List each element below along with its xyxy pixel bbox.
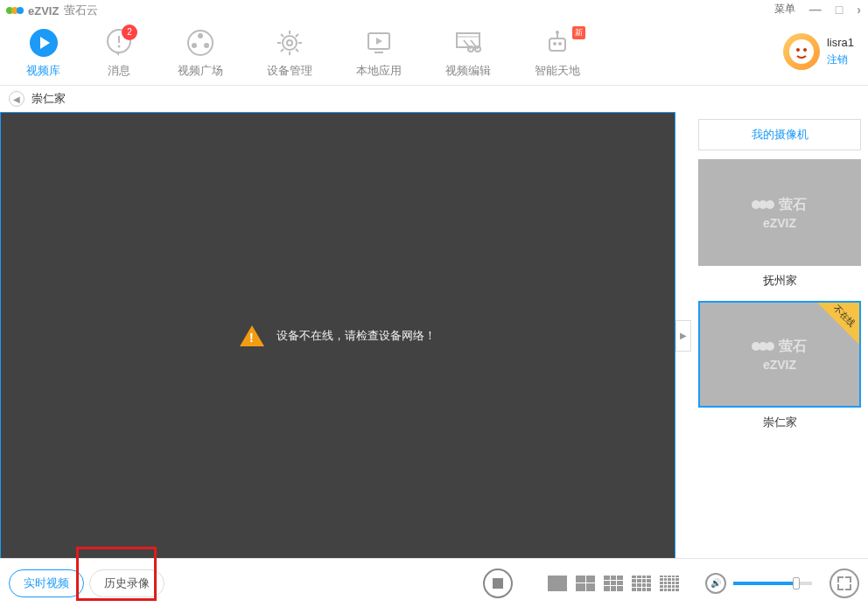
camera-name: 抚州家 xyxy=(698,273,861,289)
volume-control: 🔊 xyxy=(705,573,812,594)
volume-handle[interactable] xyxy=(793,577,800,590)
brand-cn-text: 萤石云 xyxy=(64,3,98,18)
svg-rect-28 xyxy=(550,38,565,51)
new-badge: 新 xyxy=(572,26,585,39)
fullscreen-button[interactable] xyxy=(830,569,859,598)
svg-line-16 xyxy=(296,49,298,52)
offline-message: 设备不在线，请检查设备网络！ xyxy=(240,325,436,346)
svg-line-15 xyxy=(281,34,284,37)
monitor-play-icon xyxy=(364,28,394,58)
volume-icon[interactable]: 🔊 xyxy=(705,573,726,594)
nav-video-editor[interactable]: 视频编辑 xyxy=(445,28,491,79)
alert-icon: 2 xyxy=(104,28,134,58)
svg-point-10 xyxy=(287,40,292,45)
camera-item[interactable]: 萤石 eZVIZ 抚州家 xyxy=(698,159,861,289)
nav-local-apps[interactable]: 本地应用 xyxy=(356,28,402,79)
minimize-icon[interactable]: — xyxy=(809,3,822,17)
my-cameras-header[interactable]: 我的摄像机 xyxy=(698,119,861,150)
svg-point-30 xyxy=(558,42,562,45)
nav-video-square[interactable]: 视频广场 xyxy=(178,28,223,79)
reel-icon xyxy=(186,28,215,58)
video-viewport[interactable]: 设备不在线，请检查设备网络！ ▶ xyxy=(0,112,676,558)
svg-point-34 xyxy=(796,48,800,52)
bottom-bar: 实时视频 历史录像 🔊 xyxy=(0,558,868,607)
svg-point-6 xyxy=(198,33,203,38)
menu-button[interactable]: 菜单 xyxy=(774,2,795,17)
svg-point-29 xyxy=(553,42,556,45)
svg-point-33 xyxy=(789,39,814,64)
svg-line-18 xyxy=(281,49,284,52)
highlight-annotation xyxy=(76,547,157,601)
nav-device-management[interactable]: 设备管理 xyxy=(267,28,312,79)
camera-sidebar: 我的摄像机 萤石 eZVIZ 抚州家 萤石 xyxy=(676,112,868,558)
layout-1x1-button[interactable] xyxy=(548,576,567,591)
film-cut-icon xyxy=(453,28,483,58)
breadcrumb: ◀ 崇仁家 xyxy=(0,86,868,112)
gear-icon xyxy=(275,28,304,58)
breadcrumb-current: 崇仁家 xyxy=(32,91,66,107)
sidebar-collapse-button[interactable]: ▶ xyxy=(676,320,691,352)
warning-icon xyxy=(240,325,264,346)
stop-icon xyxy=(493,578,503,589)
svg-point-8 xyxy=(204,43,209,48)
stop-button[interactable] xyxy=(483,569,513,598)
camera-thumbnail[interactable]: 萤石 eZVIZ 不在线 xyxy=(698,301,861,408)
titlebar: eZVIZ 萤石云 菜单 — □ › xyxy=(0,0,868,21)
robot-icon: 新 xyxy=(542,28,572,58)
svg-point-32 xyxy=(556,31,559,34)
svg-line-17 xyxy=(296,34,298,37)
svg-point-9 xyxy=(283,36,297,50)
maximize-icon[interactable]: □ xyxy=(836,3,843,17)
volume-slider[interactable] xyxy=(733,582,812,585)
layout-buttons xyxy=(548,576,679,591)
message-badge: 2 xyxy=(122,24,137,40)
avatar[interactable] xyxy=(783,33,820,70)
layout-4x4-button[interactable] xyxy=(632,576,651,591)
svg-point-35 xyxy=(803,48,807,52)
camera-name: 崇仁家 xyxy=(698,415,861,430)
logout-link[interactable]: 注销 xyxy=(827,52,854,67)
camera-item[interactable]: 萤石 eZVIZ 不在线 崇仁家 xyxy=(698,301,861,430)
layout-2x2-button[interactable] xyxy=(576,576,595,591)
brand-text: eZVIZ xyxy=(28,4,59,17)
svg-point-7 xyxy=(192,43,197,48)
user-area: lisra1 注销 xyxy=(783,33,854,70)
back-button[interactable]: ◀ xyxy=(9,91,24,107)
username: lisra1 xyxy=(827,36,854,49)
play-icon xyxy=(29,28,59,58)
app-logo: eZVIZ 萤石云 xyxy=(7,3,98,18)
svg-marker-20 xyxy=(376,38,382,45)
layout-3x3-button[interactable] xyxy=(604,576,623,591)
nav-smart-world[interactable]: 新 智能天地 xyxy=(535,28,580,79)
nav-video-library[interactable]: 视频库 xyxy=(26,28,60,79)
tab-live-video[interactable]: 实时视频 xyxy=(9,569,84,597)
main-toolbar: 视频库 2 消息 视频广场 设备管理 本地应用 视频编辑 新 xyxy=(0,21,868,86)
svg-point-4 xyxy=(118,45,121,47)
nav-messages[interactable]: 2 消息 xyxy=(104,28,134,79)
layout-5x5-button[interactable] xyxy=(660,576,679,591)
camera-thumbnail[interactable]: 萤石 eZVIZ xyxy=(698,159,861,266)
close-icon[interactable]: › xyxy=(857,3,861,17)
